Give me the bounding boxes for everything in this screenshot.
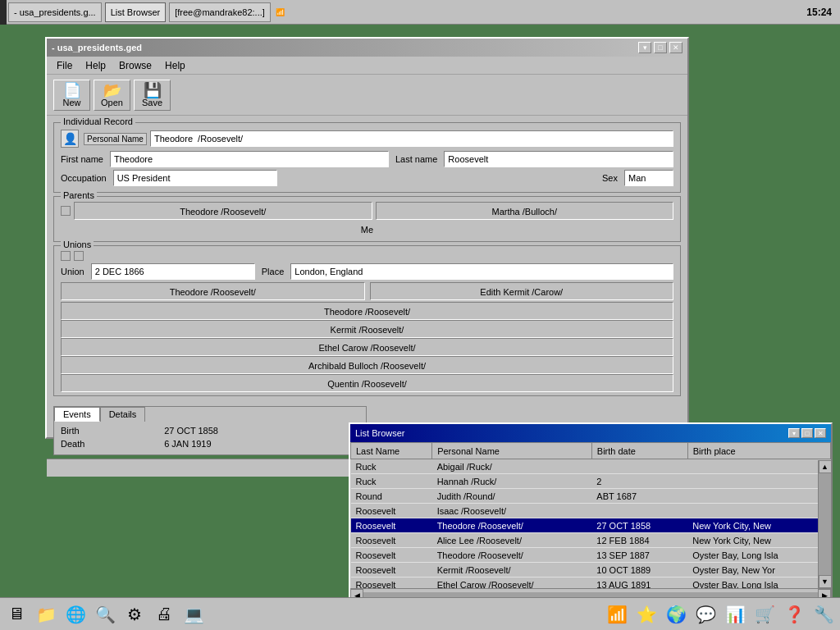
lb-cell-birthplace (687, 504, 830, 518)
menu-browse[interactable]: Browse (112, 58, 158, 73)
lb-close-button[interactable]: ✕ (815, 428, 826, 438)
bt-icon-5[interactable]: ⚙ (121, 601, 148, 628)
lb-row-5[interactable]: Roosevelt Alice Lee /Roosevelt/ 12 FEB 1… (351, 533, 831, 548)
lb-row-1[interactable]: Ruck Hannah /Ruck/ 2 (351, 474, 831, 489)
lb-cell-birthplace: Oyster Bay, Long Isla (687, 578, 830, 589)
child-button-4[interactable]: Quentin /Roosevelt/ (61, 374, 673, 392)
bt-icon-6[interactable]: 🖨 (151, 601, 177, 628)
parents-group: Parents Theodore /Roosevelt/ Martha /Bul… (53, 196, 681, 242)
bt-icon-3[interactable]: 🌐 (62, 601, 89, 628)
lb-cell-birthplace: Oyster Bay, Long Isla (687, 548, 830, 563)
bt-icon-4[interactable]: 🔍 (92, 601, 118, 628)
taskbar-sys-icons: 📶 (272, 8, 288, 16)
taskbar-app-terminal[interactable]: [free@mandrake82:...] (169, 2, 271, 22)
lb-cell-birthdate (591, 459, 687, 474)
menu-bar: File Help Browse Help (47, 57, 687, 75)
lb-cell-birthplace (687, 459, 830, 474)
lb-cell-personal: Theodore /Roosevelt/ (432, 548, 592, 563)
lb-table: Last Name Personal Name Birth date Birth… (350, 442, 831, 588)
save-button[interactable]: 💾 Save (134, 80, 171, 111)
parents-label: Parents (61, 190, 97, 200)
taskbar-app-gedcom-label: - usa_presidents.g... (14, 7, 96, 17)
lb-row-6[interactable]: Roosevelt Theodore /Roosevelt/ 13 SEP 18… (351, 548, 831, 563)
father-button[interactable]: Theodore /Roosevelt/ (74, 202, 372, 220)
tab-events[interactable]: Events (54, 407, 100, 422)
lb-row-3[interactable]: Roosevelt Isaac /Roosevelt/ (351, 504, 831, 518)
lb-scroll-up[interactable]: ▲ (819, 460, 832, 473)
events-table: Birth27 OCT 1858Death6 JAN 1919 (54, 422, 366, 453)
mother-button[interactable]: Martha /Bulloch/ (376, 202, 674, 220)
bt-icon-settings[interactable]: 🔧 (810, 601, 837, 628)
event-row-1: Death6 JAN 1919 (57, 438, 363, 450)
occupation-input[interactable] (113, 170, 277, 186)
sex-label: Sex (602, 173, 618, 183)
bt-icon-7[interactable]: 💻 (180, 601, 207, 628)
lb-cell-personal: Isaac /Roosevelt/ (432, 504, 592, 518)
unions-checkbox2[interactable] (74, 251, 84, 261)
unions-checkbox1[interactable] (61, 251, 71, 261)
bt-icon-network[interactable]: 📶 (604, 601, 630, 628)
lb-cell-last: Roosevelt (351, 563, 432, 578)
lb-cell-personal: Theodore /Roosevelt/ (432, 518, 592, 533)
main-close-button[interactable]: ✕ (669, 42, 682, 53)
lb-maximize-button[interactable]: □ (801, 428, 813, 438)
personal-name-input[interactable] (150, 130, 673, 147)
bt-icon-globe[interactable]: 🌍 (663, 601, 689, 628)
lb-row-0[interactable]: Ruck Abigail /Ruck/ (351, 459, 831, 474)
list-browser-controls: ▾ □ ✕ (788, 428, 826, 438)
lb-cell-last: Roosevelt (351, 578, 432, 589)
lb-row-4[interactable]: Roosevelt Theodore /Roosevelt/ 27 OCT 18… (351, 518, 831, 533)
lb-scroll-down[interactable]: ▼ (819, 575, 832, 588)
bt-icon-star[interactable]: ⭐ (633, 601, 660, 628)
taskbar-app-listbrowser[interactable]: List Browser (105, 2, 167, 22)
bt-icon-app[interactable]: 📊 (722, 601, 748, 628)
new-button[interactable]: 📄 New (53, 80, 90, 111)
menu-help[interactable]: Help (79, 58, 112, 73)
union-date-input[interactable] (91, 263, 255, 280)
lb-row-2[interactable]: Round Judith /Round/ ABT 1687 (351, 489, 831, 504)
main-window-titlebar: - usa_presidents.ged ▾ □ ✕ (47, 39, 687, 57)
parents-checkbox[interactable] (61, 206, 71, 216)
lb-scroll-track[interactable] (819, 473, 832, 575)
spouse1-button[interactable]: Theodore /Roosevelt/ (61, 282, 365, 300)
firstname-input[interactable] (110, 151, 389, 167)
taskbar-app-gedcom[interactable]: - usa_presidents.g... (8, 2, 102, 22)
bt-icon-chat[interactable]: 💬 (692, 601, 719, 628)
occupation-row: Occupation Sex (61, 170, 673, 186)
lb-cell-birthdate: 13 SEP 1887 (591, 548, 687, 563)
bt-icon-1[interactable]: 🖥 (3, 601, 30, 628)
lb-minimize-button[interactable]: ▾ (788, 428, 800, 438)
bt-icon-2[interactable]: 📁 (33, 601, 59, 628)
child-button-1[interactable]: Kermit /Roosevelt/ (61, 320, 673, 338)
bt-icon-store[interactable]: 🛒 (751, 601, 778, 628)
save-label: Save (142, 98, 162, 107)
main-window-title: - usa_presidents.ged (52, 43, 142, 52)
lb-scrollbar[interactable]: ▲ ▼ (818, 460, 831, 588)
lb-cell-birthdate (591, 504, 687, 518)
spouse2-button[interactable]: Edith Kermit /Carow/ (370, 282, 674, 300)
taskbar-app-terminal-label: [free@mandrake82:...] (175, 7, 265, 17)
main-minimize-button[interactable]: ▾ (638, 42, 651, 53)
child-button-3[interactable]: Archibald Bulloch /Roosevelt/ (61, 356, 673, 374)
lb-cell-birthplace: New York City, New (687, 533, 830, 548)
menu-help2[interactable]: Help (158, 58, 192, 73)
main-window-controls: ▾ □ ✕ (638, 42, 682, 53)
sex-input[interactable] (624, 170, 673, 186)
child-button-0[interactable]: Theodore /Roosevelt/ (61, 302, 673, 320)
child-button-2[interactable]: Ethel Carow /Roosevelt/ (61, 338, 673, 356)
menu-file[interactable]: File (50, 58, 79, 73)
unions-label: Unions (61, 240, 94, 249)
bt-icon-help[interactable]: ❓ (781, 601, 807, 628)
lb-cell-personal: Kermit /Roosevelt/ (432, 563, 592, 578)
open-icon: 📂 (103, 83, 121, 98)
place-input[interactable] (290, 263, 673, 280)
lastname-input[interactable] (444, 151, 673, 167)
individual-record-group: Individual Record 👤 Personal Name First … (53, 122, 681, 193)
lb-row-8[interactable]: Roosevelt Ethel Carow /Roosevelt/ 13 AUG… (351, 578, 831, 589)
main-maximize-button[interactable]: □ (654, 42, 667, 53)
lb-row-7[interactable]: Roosevelt Kermit /Roosevelt/ 10 OCT 1889… (351, 563, 831, 578)
events-panel: Events Details Birth27 OCT 1858Death6 JA… (53, 406, 367, 455)
main-window: - usa_presidents.ged ▾ □ ✕ File Help Bro… (45, 37, 689, 439)
open-button[interactable]: 📂 Open (94, 80, 130, 111)
tab-details[interactable]: Details (100, 407, 146, 422)
